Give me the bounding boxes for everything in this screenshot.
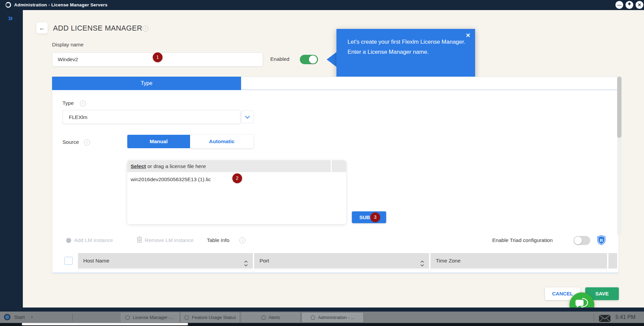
task-label: Alerts [269,315,280,320]
taskbar-separator [72,314,73,321]
type-info-icon[interactable]: i [80,100,86,107]
step-badge-2: 2 [232,173,242,183]
display-name-label: Display name [52,42,84,48]
tab-type[interactable]: Type [52,77,241,90]
task-app-icon [261,315,266,320]
add-lm-instance-button[interactable]: Add LM instance [74,237,113,243]
window-bottom-edge [0,308,644,312]
column-header-spacer [608,253,617,269]
type-label: Type [62,100,74,106]
remove-lm-instance-button[interactable]: Remove LM instance [145,237,194,243]
task-app-icon [184,315,189,320]
tooltip-close-icon[interactable]: ✕ [466,32,470,39]
tooltip-arrow [327,52,336,67]
taskbar-item-feature-usage-status[interactable]: Feature Usage Status [181,313,239,322]
column-header-host-name[interactable]: Host Name [78,253,253,269]
source-label: Source [62,139,79,145]
title-bar: Administration - License Manager Servers… [0,0,644,10]
page-title: ADD LICENSE MANAGER [53,24,142,33]
horizontal-scrollbar-thumb[interactable] [22,323,188,325]
tooltip-line-2: Enter a License Manager name. [348,47,466,57]
sidebar-expand-icon[interactable]: » [8,13,13,22]
triad-configuration-label: Enable Triad configuration [492,237,553,243]
tooltip-text: Let's create your first Flexlm License M… [348,37,466,57]
chevron-down-icon[interactable] [241,111,254,123]
table-info-label: Table Info [207,237,229,243]
column-label: Time Zone [436,258,461,263]
column-label: Port [260,258,269,263]
toggle-knob [309,55,317,64]
column-header-port[interactable]: Port [254,253,429,269]
shield-r-logo-icon: R [597,235,606,247]
license-file-item: win2016dev2005056325E13 (1).lic [131,176,211,182]
task-label: Administration - ... [318,315,355,320]
toggle-knob [574,237,582,244]
task-app-icon [125,315,130,320]
step-badge-3: 3 [370,212,380,222]
page-title-info-icon[interactable]: i [142,26,148,32]
taskbar-item-alerts[interactable]: Alerts [242,313,300,322]
add-instance-icon [66,238,71,243]
taskbar-separator [594,314,594,321]
left-sidebar [0,10,23,308]
task-app-icon [311,315,315,320]
triad-toggle[interactable] [573,236,590,245]
enabled-label: Enabled [270,56,289,62]
mail-icon[interactable] [599,315,611,324]
column-header-time-zone[interactable]: Time Zone [430,253,607,269]
start-button[interactable]: Start [14,312,25,323]
app-logo-icon [5,2,11,8]
maximize-icon[interactable] [626,1,633,9]
svg-text:R: R [600,238,603,243]
task-label: Feature Usage Status [192,315,236,320]
dropzone-hint: or drag a license file here [146,163,206,169]
vertical-scrollbar-thumb[interactable] [617,77,622,138]
start-logo-icon [4,314,10,320]
table-info-icon[interactable]: i [239,237,245,243]
source-manual-button[interactable]: Manual [127,135,190,148]
taskbar-item-license-manager[interactable]: License Manager -... [121,313,179,322]
minimize-icon[interactable]: — [615,1,623,9]
task-label: License Manager -... [133,315,174,320]
source-info-icon[interactable]: i [84,139,90,146]
window-title: Administration - License Manager Servers [14,0,107,10]
submit-button[interactable]: SUBMIT [352,211,386,223]
application-window: Administration - License Manager Servers… [0,0,644,326]
select-all-checkbox[interactable] [64,257,73,265]
trash-icon [137,236,142,244]
panel-bottom-line [52,273,619,273]
type-select[interactable]: FLEXlm [62,110,240,124]
back-button[interactable]: ← [36,22,48,34]
clock-time: 5:41 PM [615,312,636,323]
enabled-toggle[interactable] [300,55,318,64]
tooltip-line-1: Let's create your first Flexlm License M… [348,37,466,47]
taskbar-item-administration[interactable]: Administration - ... [302,313,363,322]
step-badge-1: 1 [153,52,163,62]
start-caret-icon: ▼ [30,312,34,323]
close-icon[interactable]: ✕ [636,1,643,9]
dropzone-header-cell [332,160,346,172]
license-file-dropzone[interactable]: Select or drag a license file here win20… [127,160,346,224]
source-automatic-button[interactable]: Automatic [190,135,254,148]
select-file-link[interactable]: Select [131,163,146,169]
column-label: Host Name [83,258,109,263]
dropzone-header: Select or drag a license file here [127,160,331,172]
